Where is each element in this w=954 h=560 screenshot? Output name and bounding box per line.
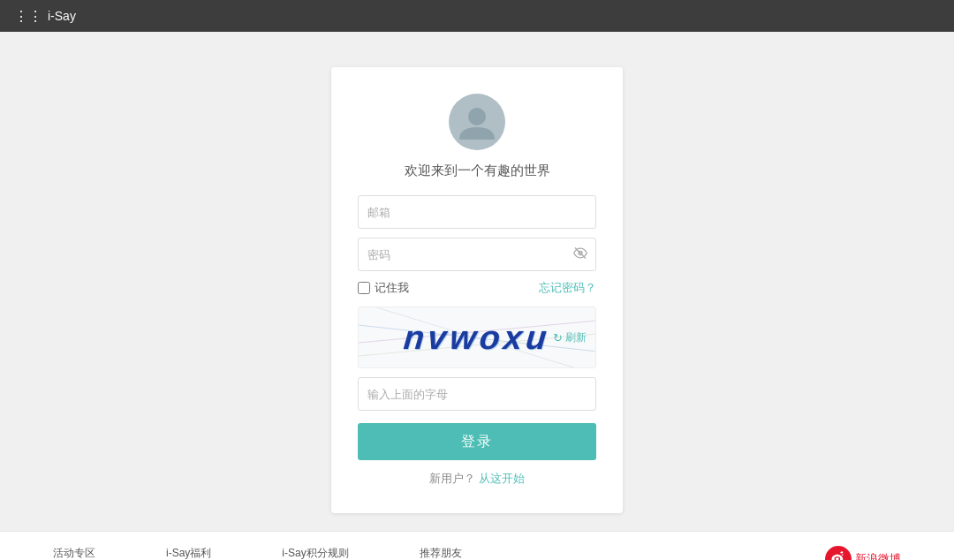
password-input[interactable] (358, 238, 596, 271)
weibo-container: 新浪微博 (825, 546, 901, 560)
refresh-icon: ↻ (553, 331, 563, 344)
logo-icon: ⋮⋮ (14, 8, 42, 25)
weibo-icon (825, 546, 852, 560)
footer-link-activities[interactable]: 活动专区 (53, 546, 95, 560)
password-input-group (358, 238, 596, 271)
remember-me-label[interactable]: 记住我 (358, 280, 409, 296)
register-link[interactable]: 从这开始 (479, 472, 525, 485)
footer-col-2: i-Say福利 常见问题 (166, 546, 211, 560)
register-row: 新用户？ 从这开始 (358, 471, 596, 487)
password-toggle-icon[interactable] (573, 246, 587, 263)
footer: 活动专区 趣味报告 i-Say福利 常见问题 i-Say积分规则 推荐朋友 新浪… (0, 531, 954, 560)
footer-link-benefits[interactable]: i-Say福利 (166, 546, 211, 560)
app-name: i-Say (48, 9, 76, 23)
remember-me-text: 记住我 (375, 280, 409, 296)
captcha-text: nvwoxu (402, 319, 551, 357)
footer-col-1: 活动专区 趣味报告 (53, 546, 95, 560)
options-row: 记住我 忘记密码？ (358, 280, 596, 296)
footer-links: 活动专区 趣味报告 i-Say福利 常见问题 i-Say积分规则 推荐朋友 新浪… (53, 546, 901, 560)
footer-link-refer[interactable]: 推荐朋友 (420, 546, 462, 560)
email-input[interactable] (358, 195, 596, 229)
captcha-input[interactable] (358, 377, 596, 411)
email-input-group (358, 195, 596, 229)
captcha-input-group (358, 377, 596, 411)
avatar-container (358, 94, 596, 150)
login-card: 欢迎来到一个有趣的世界 记住我 忘记密码？ (331, 67, 623, 513)
remember-me-checkbox[interactable] (358, 282, 370, 294)
svg-point-0 (468, 108, 486, 125)
weibo-button[interactable]: 新浪微博 (825, 546, 901, 560)
app-header: ⋮⋮ i-Say (0, 0, 954, 32)
avatar (449, 94, 505, 150)
forgot-password-link[interactable]: 忘记密码？ (539, 280, 596, 296)
register-prompt-text: 新用户？ (429, 472, 475, 485)
footer-col-4: 推荐朋友 (420, 546, 462, 560)
logo: ⋮⋮ i-Say (14, 8, 76, 25)
refresh-label: 刷新 (565, 330, 587, 345)
captcha-image: nvwoxu ↻ 刷新 (358, 306, 596, 368)
welcome-text: 欢迎来到一个有趣的世界 (358, 163, 596, 179)
main-content: 欢迎来到一个有趣的世界 记住我 忘记密码？ (0, 32, 954, 531)
captcha-refresh-button[interactable]: ↻ 刷新 (553, 330, 587, 345)
avatar-icon (458, 102, 496, 141)
weibo-logo-svg (830, 551, 846, 560)
footer-col-3: i-Say积分规则 (282, 546, 348, 560)
footer-link-points[interactable]: i-Say积分规则 (282, 546, 348, 560)
weibo-label: 新浪微博 (855, 551, 901, 560)
login-button[interactable]: 登录 (358, 423, 596, 460)
